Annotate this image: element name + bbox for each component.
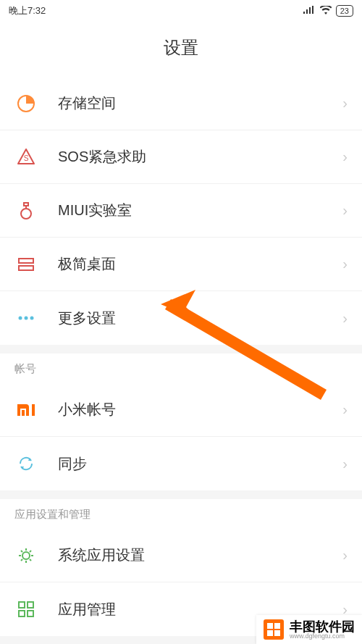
watermark-logo-icon (264, 619, 284, 640)
signal-icon (303, 6, 316, 17)
svg-rect-6 (19, 266, 33, 270)
chevron-right-icon: › (342, 95, 348, 112)
svg-rect-16 (267, 623, 273, 629)
settings-item-sync[interactable]: 同步 › (0, 437, 362, 490)
status-icons: 23 (303, 5, 353, 17)
section-divider (0, 490, 362, 499)
chevron-right-icon: › (342, 202, 348, 219)
chevron-right-icon: › (342, 310, 348, 327)
item-label: 存储空间 (58, 93, 342, 113)
svg-rect-10 (22, 410, 25, 416)
svg-rect-17 (274, 623, 280, 629)
svg-rect-12 (19, 602, 25, 608)
page-title: 设置 (0, 36, 362, 59)
settings-item-simple-desktop[interactable]: 极简桌面 › (0, 238, 362, 291)
item-label: 同步 (58, 454, 342, 474)
settings-item-more[interactable]: 更多设置 › (0, 291, 362, 345)
watermark: 丰图软件园 www.dgfengtu.com (256, 615, 362, 644)
item-label: 小米帐号 (58, 400, 342, 419)
svg-text:S: S (24, 154, 29, 162)
svg-point-9 (30, 317, 34, 320)
battery-icon: 23 (336, 5, 353, 17)
svg-point-8 (25, 317, 28, 320)
chevron-right-icon: › (342, 149, 348, 165)
storage-icon (14, 92, 38, 115)
svg-rect-18 (267, 630, 273, 636)
status-time: 晚上7:32 (9, 4, 46, 17)
gear-icon (14, 544, 38, 567)
item-label: SOS紧急求助 (58, 147, 342, 167)
watermark-text: 丰图软件园 (290, 620, 355, 633)
svg-point-11 (22, 552, 30, 559)
item-label: 更多设置 (58, 309, 342, 328)
watermark-domain: www.dgfengtu.com (290, 633, 355, 640)
settings-item-system-apps[interactable]: 系统应用设置 › (0, 529, 362, 582)
wifi-icon (320, 6, 332, 17)
page-header: 设置 (0, 22, 362, 77)
more-icon (14, 306, 38, 330)
simple-desktop-icon (14, 253, 38, 276)
settings-item-sos[interactable]: S SOS紧急求助 › (0, 130, 362, 184)
svg-point-7 (19, 317, 22, 320)
settings-item-lab[interactable]: MIUI实验室 › (0, 184, 362, 238)
svg-rect-19 (274, 630, 280, 636)
mi-logo-icon (14, 398, 38, 422)
chevron-right-icon: › (342, 456, 348, 472)
chevron-right-icon: › (342, 401, 348, 418)
svg-rect-15 (28, 611, 33, 616)
sync-icon (14, 452, 38, 475)
chevron-right-icon: › (342, 547, 348, 564)
svg-rect-3 (24, 203, 28, 206)
item-label: 极简桌面 (58, 254, 342, 274)
svg-rect-14 (19, 611, 25, 616)
svg-rect-5 (19, 259, 33, 263)
svg-rect-13 (28, 602, 33, 608)
apps-icon (14, 598, 38, 621)
section-divider (0, 345, 362, 354)
item-label: MIUI实验室 (58, 201, 342, 220)
section-header-apps: 应用设置和管理 (0, 499, 362, 529)
item-label: 系统应用设置 (58, 545, 342, 565)
svg-point-2 (21, 209, 31, 219)
status-bar: 晚上7:32 23 (0, 0, 362, 22)
settings-item-mi-account[interactable]: 小米帐号 › (0, 383, 362, 437)
section-header-account: 帐号 (0, 354, 362, 383)
sos-icon: S (14, 146, 38, 169)
lab-icon (14, 199, 38, 222)
settings-item-storage[interactable]: 存储空间 › (0, 77, 362, 130)
chevron-right-icon: › (342, 256, 348, 272)
